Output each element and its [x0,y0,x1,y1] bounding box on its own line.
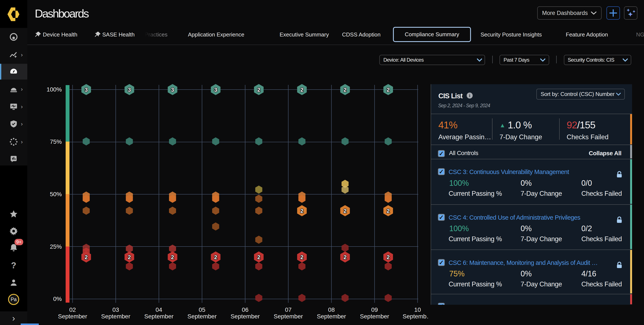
svg-text:September: September [230,313,260,320]
svg-text:September: September [58,313,87,320]
svg-text:3: 3 [171,87,174,93]
svg-text:2: 2 [171,254,174,260]
svg-text:2: 2 [84,254,88,260]
svg-text:0%: 0% [53,295,62,302]
svg-text:3: 3 [128,87,131,93]
svg-text:2: 2 [344,208,346,214]
svg-text:2: 2 [386,87,390,93]
svg-text:08: 08 [328,306,335,313]
svg-text:Septemb…: Septemb… [402,313,428,320]
svg-text:2: 2 [300,87,304,93]
svg-text:2: 2 [300,254,304,260]
svg-text:September: September [317,313,346,320]
svg-text:2: 2 [300,208,304,214]
svg-text:07: 07 [285,306,292,313]
svg-text:September: September [188,313,217,320]
svg-text:2: 2 [386,208,390,214]
svg-text:2: 2 [344,254,346,260]
svg-text:50%: 50% [50,191,62,197]
svg-text:05: 05 [198,306,205,313]
svg-text:25%: 25% [50,243,62,250]
svg-text:02: 02 [69,306,76,313]
svg-text:2: 2 [257,87,260,93]
svg-text:3: 3 [84,87,88,93]
svg-text:September: September [274,313,303,320]
svg-text:3: 3 [214,87,217,93]
svg-text:September: September [360,313,389,320]
svg-text:06: 06 [242,306,248,313]
svg-text:100%: 100% [46,86,62,93]
svg-text:10: 10 [414,306,421,313]
svg-text:September: September [144,313,174,320]
svg-text:2: 2 [257,254,260,260]
svg-text:September: September [101,313,130,320]
svg-text:75%: 75% [50,138,62,145]
svg-text:2: 2 [386,254,390,260]
svg-text:04: 04 [156,306,162,313]
svg-text:03: 03 [112,306,119,313]
svg-text:2: 2 [128,254,131,260]
svg-text:09: 09 [371,306,378,313]
svg-text:2: 2 [214,254,217,260]
svg-text:2: 2 [344,87,346,93]
